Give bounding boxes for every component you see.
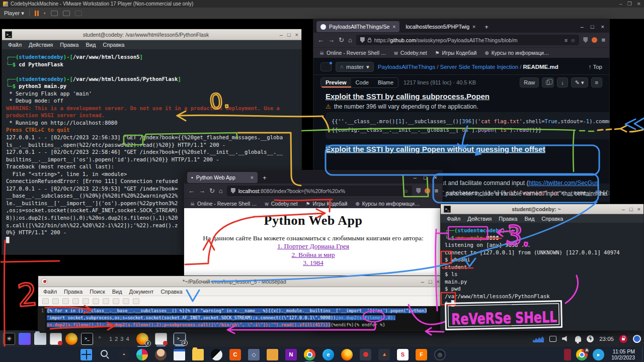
menu-view[interactable]: Вид <box>83 41 99 48</box>
reload-icon[interactable]: ↻ <box>339 36 344 44</box>
tracking-shield-icon[interactable] <box>231 188 235 194</box>
menu-actions[interactable]: Действия <box>26 41 56 48</box>
tray-telegram[interactable]: ▸ <box>593 349 604 360</box>
taskbar-app-colorwheel[interactable] <box>136 349 148 360</box>
outline-button[interactable]: ≡ <box>591 77 602 87</box>
branch-selector[interactable]: ⑃master ▾ <box>336 62 374 72</box>
menu-actions[interactable]: Действия <box>464 215 495 222</box>
clipboard-icon[interactable] <box>549 336 556 342</box>
menu-file[interactable]: Файл <box>444 215 463 222</box>
book-link-1[interactable]: 1. Портрет Дориана Грея <box>184 242 442 251</box>
menu-icon[interactable]: ≡ <box>601 36 605 44</box>
search-button[interactable] <box>99 349 111 360</box>
back-to-top-link[interactable]: ↑ Top <box>589 64 602 70</box>
task-terminal[interactable]: >_2 <box>174 333 186 345</box>
tracking-shield-icon[interactable] <box>360 37 365 43</box>
screenlock-icon[interactable] <box>619 335 627 343</box>
extension-shield-icon[interactable] <box>416 188 421 194</box>
github-heading-subprocess[interactable]: Exploit the SSTI by calling subprocess.P… <box>326 92 490 101</box>
menu-icon[interactable]: ≡ <box>434 187 438 195</box>
task-mousepad[interactable] <box>155 333 167 345</box>
reader-icon[interactable]: ≡ <box>565 37 568 43</box>
minimize-button[interactable]: – <box>280 32 283 38</box>
tab-code[interactable]: Code <box>351 78 373 87</box>
taskbar-app-vmware[interactable]: ◇ <box>248 349 260 360</box>
replace-icon[interactable] <box>133 298 139 304</box>
edit-button[interactable]: ✎ ▾ <box>571 77 588 87</box>
maximize-button[interactable]: □ <box>287 32 291 38</box>
tab-preview[interactable]: Preview <box>321 78 351 87</box>
search-icon[interactable] <box>123 298 129 304</box>
taskbar-app-explorer[interactable] <box>192 349 204 360</box>
mousepad-titlebar[interactable]: *~/Рабочий стол/tmp_lesson_5 - Mousepad … <box>38 276 443 287</box>
new-file-icon[interactable] <box>42 298 49 304</box>
editor-text[interactable]: {% for x in ().__class__.__base__.__subc… <box>45 306 443 330</box>
windows-clock[interactable]: A▸ 11:05 PM 10/2/2023 <box>564 348 644 361</box>
kali-menu-icon[interactable]: ✳ <box>3 333 15 345</box>
menu-document[interactable]: Документ <box>126 288 157 295</box>
menu-search[interactable]: Поиск <box>87 288 108 295</box>
power-icon[interactable]: ϟ <box>587 335 594 342</box>
menu-view[interactable]: Вид <box>521 215 537 222</box>
menu-edit[interactable]: Правка <box>496 215 520 222</box>
github-heading-popen[interactable]: Exploit the SSTI by calling Popen withou… <box>326 145 545 153</box>
taskbar-app-onenote[interactable]: N <box>285 349 297 360</box>
bookmark-star-icon[interactable]: ☆ <box>571 37 575 43</box>
bookmark-courses[interactable]: ⊕Курсы по информаци… <box>355 201 420 207</box>
mousepad-editor[interactable]: 1 {% for x in ().__class__.__base__.__su… <box>38 306 443 330</box>
sidebar-toggle-icon[interactable] <box>320 62 332 71</box>
firefox-launcher-icon[interactable] <box>65 333 77 345</box>
workspace-switcher[interactable]: 1 2 3 4 <box>109 336 130 342</box>
tab-close-icon[interactable]: × <box>472 24 475 30</box>
notifications-icon[interactable] <box>575 336 581 342</box>
text-editor-icon[interactable] <box>50 333 62 345</box>
taskbar-app-dark[interactable]: ◎ <box>434 349 446 360</box>
new-tab-button[interactable]: + <box>260 174 270 182</box>
bookmark-online-reverse-shell[interactable]: ☠Online - Reverse Shell … <box>319 50 386 56</box>
maximize-button[interactable]: □ <box>591 24 594 30</box>
url-bar[interactable]: localhost:8080/index?book={%%20for%20x% … <box>227 186 413 196</box>
minimize-button[interactable]: – <box>414 174 417 180</box>
bookmark-star-icon[interactable]: ☆ <box>404 188 408 194</box>
taskbar-app-red[interactable] <box>360 349 371 360</box>
volume-icon[interactable] <box>562 335 570 342</box>
taskbar-app-bw[interactable] <box>211 349 222 360</box>
maximize-button[interactable]: □ <box>429 279 432 285</box>
extension-icon[interactable] <box>592 37 597 43</box>
vmware-restore-button[interactable]: ❐ <box>627 1 632 7</box>
tab-localhost-phptwig[interactable]: localhost/lesson5/PHPTwig × <box>401 21 479 32</box>
suspend-button[interactable] <box>35 11 39 16</box>
app-launcher-icon[interactable] <box>19 333 31 345</box>
minimize-button[interactable]: – <box>581 24 584 30</box>
taskbar-app-avatar[interactable] <box>155 349 167 360</box>
minimize-button[interactable]: – <box>622 206 625 212</box>
home-icon[interactable]: ⌂ <box>219 187 223 195</box>
bookmark-games[interactable]: ⚑Игры Кодебай <box>306 201 348 207</box>
bookmark-games[interactable]: ⚑Игры Кодебай <box>435 50 477 56</box>
minimize-button[interactable]: – <box>421 279 424 285</box>
reload-icon[interactable]: ↻ <box>209 187 215 195</box>
tab-python-web-app[interactable]: • Python Web App × <box>187 172 258 183</box>
task-firefox[interactable]: 2 <box>136 333 148 345</box>
open-file-icon[interactable] <box>52 298 59 304</box>
menu-edit[interactable]: Правка <box>61 288 86 295</box>
tab-close-icon[interactable]: × <box>251 174 254 180</box>
tab-payloadsallthethings[interactable]: PayloadsAllTheThings/Se × <box>316 21 399 32</box>
forward-icon[interactable]: → <box>328 36 335 44</box>
bookmark-online-reverse-shell[interactable]: ☠Online - Reverse Shell … <box>190 201 257 207</box>
book-link-3[interactable]: 3. 1984 <box>184 259 442 267</box>
bookmark-codeby[interactable]: wCodeby.net <box>265 201 297 207</box>
show-desktop-button[interactable] <box>642 347 644 362</box>
menu-file[interactable]: Файл <box>40 288 60 295</box>
taskbar-app-puzzle[interactable] <box>267 349 278 360</box>
player-menu[interactable]: Player ▾ <box>4 10 24 17</box>
suspend-dropdown-icon[interactable]: ▾ <box>44 11 46 16</box>
menu-help[interactable]: Справка <box>538 215 566 222</box>
panel-caret-icon[interactable]: ^ <box>97 333 103 345</box>
menu-edit[interactable]: Правка <box>57 41 82 48</box>
url-bar[interactable]: https://github.com/swisskyrepo/PayloadsA… <box>356 35 580 45</box>
close-button[interactable]: × <box>295 32 298 38</box>
extension-icon[interactable] <box>425 188 430 194</box>
session-icon[interactable] <box>633 335 641 343</box>
taskbar-app-s[interactable]: S <box>397 349 409 360</box>
